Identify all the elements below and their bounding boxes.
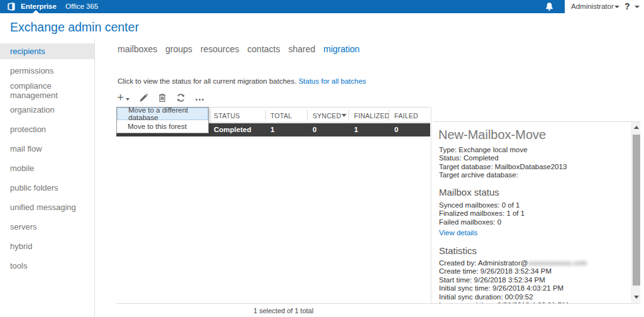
office-logo-icon [6, 2, 16, 11]
created-by-redacted: xxxxxxxxxxxx.com [528, 259, 587, 267]
sidebar-item-mail-flow[interactable]: mail flow [0, 139, 94, 158]
initial-sync-time-line: Initial sync time: 9/26/2018 4:03:21 PM [439, 284, 587, 292]
cell-total: 1 [270, 126, 274, 133]
start-time-line: Start time: 9/26/2018 3:52:34 PM [439, 276, 587, 284]
scrollbar-thumb[interactable] [633, 135, 640, 286]
active-tab-caret [33, 10, 39, 13]
cell-status: Completed [214, 126, 251, 133]
new-button[interactable]: + [117, 92, 130, 103]
column-separator [265, 110, 266, 121]
details-panel: New-Mailbox-Move Type: Exchange local mo… [434, 121, 640, 303]
create-time-line: Create time: 9/26/2018 3:52:34 PM [439, 267, 587, 275]
initial-sync-duration-line: Initial sync duration: 00:09:52 [439, 293, 587, 301]
sidebar: recipients permissions compliance manage… [0, 39, 95, 317]
more-button[interactable] [195, 93, 205, 102]
sidebar-item-organization[interactable]: organization [0, 100, 94, 120]
status-for-all-batches-link[interactable]: Status for all batches [299, 77, 366, 85]
top-bar: Enterprise Office 365 Administrator ? [0, 0, 644, 13]
pencil-icon [139, 93, 148, 103]
user-menu-label: Administrator [571, 3, 614, 10]
page-title: Exchange admin center [10, 20, 139, 35]
finalized-mailboxes-line: Finalized mailboxes: 1 of 1 [439, 209, 525, 218]
info-line: Click to view the status for all current… [118, 77, 366, 85]
bell-icon[interactable] [545, 2, 554, 11]
column-finalized[interactable]: FINALIZED [354, 112, 389, 120]
view-details-link[interactable]: View details [439, 229, 477, 236]
content-tabs: mailboxes groups resources contacts shar… [118, 44, 360, 54]
cell-finalized: 1 [354, 126, 358, 133]
tab-enterprise[interactable]: Enterprise [21, 3, 57, 10]
help-menu[interactable]: ? [625, 1, 630, 11]
tab-migration[interactable]: migration [323, 44, 360, 54]
trash-icon [158, 93, 167, 103]
column-failed[interactable]: FAILED [394, 112, 418, 120]
edit-button[interactable] [139, 93, 148, 103]
sidebar-item-permissions[interactable]: permissions [0, 61, 94, 81]
batch-name-title: New-Mailbox-Move [438, 128, 546, 142]
top-bar-blue: Enterprise Office 365 [0, 0, 565, 13]
scroll-up-icon[interactable] [634, 126, 639, 129]
tab-contacts[interactable]: contacts [247, 44, 280, 54]
sidebar-item-tools[interactable]: tools [0, 256, 94, 275]
sidebar-item-servers[interactable]: servers [0, 217, 94, 236]
column-status[interactable]: STATUS [214, 112, 240, 120]
plus-icon: + [117, 92, 124, 103]
tab-shared[interactable]: shared [288, 44, 315, 54]
refresh-icon [176, 93, 186, 103]
tab-resources[interactable]: resources [201, 44, 239, 54]
ellipsis-icon [195, 93, 205, 102]
statistics-heading: Statistics [439, 245, 477, 256]
cell-synced: 0 [313, 126, 316, 133]
detail-type: Type: Exchange local move [439, 146, 567, 154]
menu-item-move-different-database[interactable]: Move to a different database [117, 108, 208, 120]
sidebar-item-recipients[interactable]: recipients [0, 43, 94, 59]
detail-target-archive-database: Target archive database: [439, 171, 567, 179]
tab-groups[interactable]: groups [165, 44, 192, 54]
synced-mailboxes-line: Synced mailboxes: 0 of 1 [439, 201, 525, 209]
footer-divider [116, 303, 640, 304]
column-total[interactable]: TOTAL [270, 112, 292, 120]
column-synced[interactable]: SYNCED [313, 112, 341, 120]
created-by-line: Created by: Administrator@xxxxxxxxxxxx.c… [439, 259, 587, 267]
help-menu-caret-icon[interactable] [635, 6, 640, 8]
synced-filter-caret-icon[interactable] [341, 114, 347, 117]
mailbox-status-heading: Mailbox status [439, 187, 499, 197]
column-separator [307, 110, 308, 121]
user-menu-caret-icon[interactable] [614, 6, 619, 8]
sidebar-item-unified-messaging[interactable]: unified messaging [0, 197, 94, 217]
column-separator [389, 110, 389, 121]
migration-toolbar: + [117, 91, 205, 104]
sidebar-item-compliance-management[interactable]: compliance management [0, 81, 94, 100]
menu-item-move-this-forest[interactable]: Move to this forest [117, 120, 208, 133]
created-by-prefix: Created by: Administrator@ [439, 259, 528, 267]
failed-mailboxes-line: Failed mailboxes: 0 [439, 218, 525, 226]
detail-target-database: Target database: MailboxDatabase2013 [439, 163, 567, 171]
cell-failed: 0 [394, 126, 398, 133]
sidebar-item-hybrid[interactable]: hybrid [0, 236, 94, 256]
details-scrollbar[interactable] [631, 122, 640, 303]
tab-office-365[interactable]: Office 365 [65, 3, 98, 10]
delete-button[interactable] [158, 93, 167, 103]
sidebar-item-protection[interactable]: protection [0, 120, 94, 139]
tab-mailboxes[interactable]: mailboxes [118, 44, 157, 54]
column-separator [348, 110, 349, 121]
scroll-down-icon[interactable] [634, 296, 639, 299]
info-text: Click to view the status for all current… [118, 77, 296, 85]
sidebar-item-mobile[interactable]: mobile [0, 158, 94, 178]
user-menu[interactable]: Administrator [571, 3, 614, 10]
refresh-button[interactable] [176, 93, 186, 103]
new-dropdown-menu: Move to a different database Move to thi… [116, 107, 209, 133]
detail-status: Status: Completed [439, 154, 567, 162]
sidebar-item-public-folders[interactable]: public folders [0, 178, 94, 197]
new-caret-icon [126, 98, 130, 101]
selection-count: 1 selected of 1 total [253, 307, 313, 314]
